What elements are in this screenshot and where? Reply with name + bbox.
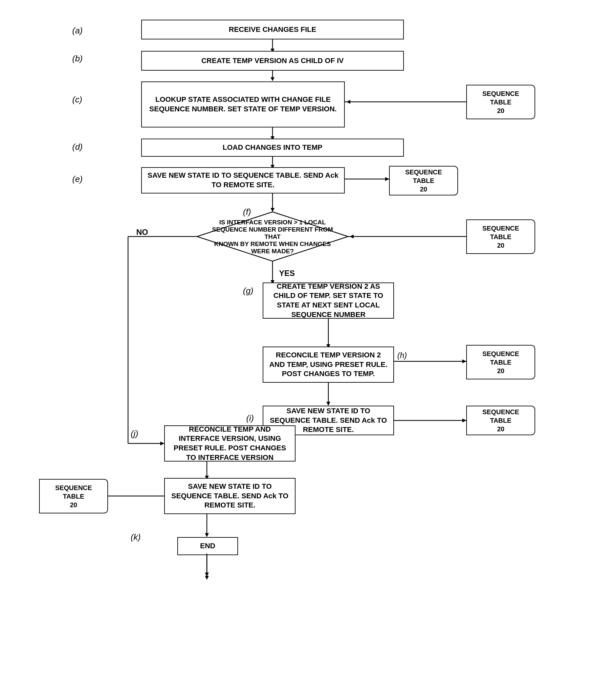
svg-marker-28 — [327, 402, 330, 406]
svg-marker-32 — [462, 418, 466, 422]
step-label-b: (b) — [72, 53, 83, 64]
seq-table-left: SEQUENCETABLE20 — [39, 479, 108, 513]
svg-text:(h): (h) — [397, 351, 407, 360]
svg-marker-5 — [346, 100, 350, 104]
box-c: LOOKUP STATE ASSOCIATED WITH CHANGE FILE… — [141, 82, 345, 127]
svg-marker-39 — [205, 533, 209, 537]
step-label-f: (f) — [243, 207, 251, 217]
step-label-d: (d) — [72, 142, 83, 152]
svg-marker-3 — [271, 77, 274, 81]
svg-marker-41 — [205, 573, 209, 576]
step-label-g: (g) — [243, 286, 254, 296]
diagram-container: YES NO (h) (a) RECEIVE CHANG — [0, 0, 614, 700]
svg-text:YES: YES — [279, 269, 295, 278]
svg-marker-20 — [160, 441, 164, 446]
box-j: RECONCILE TEMP AND INTERFACE VERSION, US… — [164, 425, 295, 462]
svg-text:NO: NO — [136, 228, 148, 237]
svg-marker-11 — [385, 177, 389, 181]
seq-table-3: SEQUENCETABLE20 — [466, 220, 535, 254]
seq-table-4: SEQUENCETABLE20 — [466, 345, 535, 379]
box-h: RECONCILE TEMP VERSION 2 AND TEMP, USING… — [263, 347, 394, 383]
step-label-e: (e) — [72, 174, 83, 184]
step-label-i: (i) — [246, 413, 254, 423]
box-k: SAVE NEW STATE ID TO SEQUENCE TABLE. SEN… — [164, 478, 295, 514]
box-b: CREATE TEMP VERSION AS CHILD OF IV — [141, 51, 404, 71]
svg-marker-30 — [462, 359, 466, 363]
box-g: CREATE TEMP VERSION 2 AS CHILD OF TEMP. … — [263, 283, 394, 318]
seq-table-1: SEQUENCETABLE20 — [466, 85, 535, 119]
step-label-j: (j) — [131, 429, 138, 439]
step-label-k: (k) — [131, 532, 141, 542]
seq-table-2: SEQUENCETABLE20 — [389, 166, 458, 196]
step-label-a: (a) — [72, 26, 83, 36]
svg-marker-16 — [197, 212, 348, 261]
box-e: SAVE NEW STATE ID TO SEQUENCE TABLE. SEN… — [141, 167, 345, 193]
step-label-c: (c) — [72, 95, 82, 105]
diamond-f-text: IS INTERFACE VERSION > 1 LOCALSEQUENCE N… — [210, 213, 335, 261]
svg-marker-44 — [205, 576, 209, 580]
box-a: RECEIVE CHANGES FILE — [141, 20, 404, 39]
seq-table-5: SEQUENCETABLE20 — [466, 406, 535, 435]
box-d: LOAD CHANGES INTO TEMP — [141, 139, 404, 157]
svg-marker-15 — [350, 235, 354, 238]
svg-marker-13 — [271, 208, 274, 212]
end-box: END — [177, 537, 238, 555]
